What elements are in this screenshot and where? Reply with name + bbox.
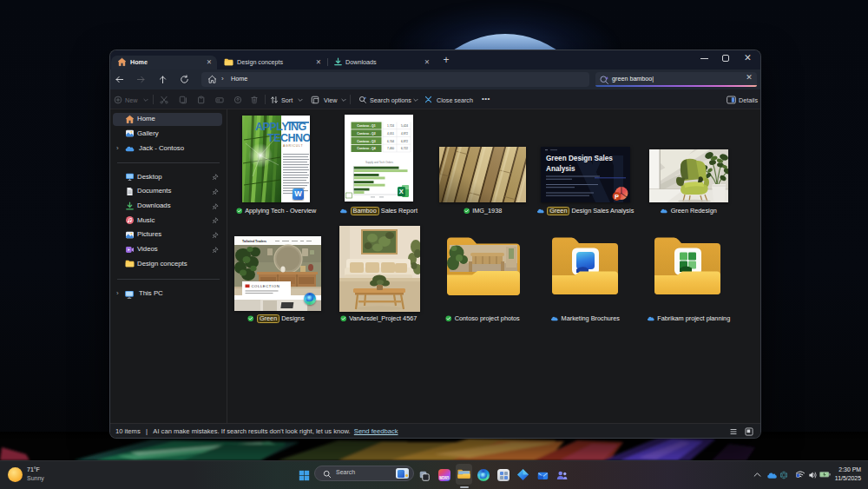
svg-text:4,051: 4,051 xyxy=(387,131,394,135)
svg-text:Contoso - Q1: Contoso - Q1 xyxy=(357,124,375,128)
svg-text:TECHNOLO: TECHNOLO xyxy=(267,131,310,143)
svg-text:4,872: 4,872 xyxy=(401,131,408,135)
svg-text:Analysis: Analysis xyxy=(546,165,575,173)
svg-text:AGRICULT: AGRICULT xyxy=(283,144,303,148)
svg-text:6,872: 6,872 xyxy=(401,139,408,142)
svg-text:5,424: 5,424 xyxy=(401,124,408,128)
svg-text:6,722: 6,722 xyxy=(401,147,408,150)
svg-text:7,460: 7,460 xyxy=(387,147,394,150)
svg-text:P: P xyxy=(615,193,619,201)
svg-text:Supply and Tech Orders: Supply and Tech Orders xyxy=(365,160,393,163)
svg-text:Contoso - Q4: Contoso - Q4 xyxy=(357,147,375,150)
svg-text:6,744: 6,744 xyxy=(387,139,394,142)
svg-text:Contoso - Q2: Contoso - Q2 xyxy=(357,131,375,135)
svg-text:Contoso - Q3: Contoso - Q3 xyxy=(357,139,375,142)
svg-text:1,724: 1,724 xyxy=(387,124,394,128)
svg-text:COLLECTION: COLLECTION xyxy=(251,284,279,288)
svg-text:Tailwind Traders: Tailwind Traders xyxy=(242,240,266,243)
svg-text:Green Design Sales: Green Design Sales xyxy=(546,155,613,162)
